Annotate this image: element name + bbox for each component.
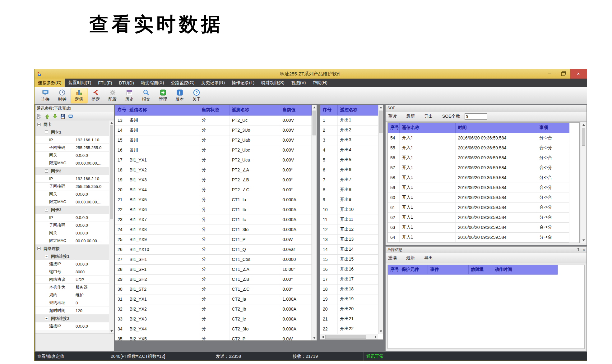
menu-item-11[interactable]: 帮助(H) [309,79,331,87]
tree-prop-row[interactable]: IP192.168.1.10 [35,136,109,144]
table-row[interactable]: 18开出18 [320,284,378,294]
table-row[interactable]: 34BI2_YX4分CT2_3Io0.000A [115,324,312,334]
table-row[interactable]: 8开出8 [320,185,378,195]
table-row[interactable]: 26BI1_YX10分CT1_Q0.0Var [115,244,312,254]
table-row[interactable]: 28BI1_SF1分CT1_∠A10.00° [115,264,312,274]
setpoint-button[interactable]: 定值 [71,88,87,103]
close-button[interactable]: × [570,69,587,79]
table-row[interactable]: 22开出22 [320,324,378,334]
table-row[interactable]: 20开出20 [320,304,378,314]
collapse-icon[interactable]: − [45,208,48,212]
tree-prop-row[interactable]: 限定MAC00.00.00.00.... [35,159,109,167]
prop-value[interactable]: 192.168.1.10 [73,136,109,143]
scroll-down-icon[interactable] [109,329,114,334]
tree-prop-row[interactable]: 网关0.0.0.0 [35,152,109,159]
prop-value[interactable]: 192.168.2.10 [73,175,109,182]
tree-prop-row[interactable]: 规约维护 [35,291,109,299]
menu-item-8[interactable]: 操作记录(L) [228,79,258,87]
scroll-thumb[interactable] [379,111,382,133]
table-row[interactable]: 4开出4 [320,145,378,155]
soe-reread-button[interactable]: 重读 [388,114,397,119]
clock-button[interactable]: 时钟 [54,88,71,103]
prop-value[interactable]: 255.255.255.0 [73,144,109,151]
table-row[interactable]: 16开出16 [320,264,378,274]
column-header[interactable]: 故障量 [468,265,492,274]
menu-item-3[interactable]: FTU(F) [95,79,115,87]
scroll-right-icon[interactable] [373,334,378,339]
tree-prop-row[interactable]: 超时时间120 [35,307,109,315]
tree-prop-row[interactable]: 网络协议UDP [35,276,109,284]
table-row[interactable]: 55开入12016/06/20 09:36:59.584合->分 [388,143,569,153]
table-row[interactable]: 27BI1_SH1分CT1_Cos0.0000 [115,254,312,264]
table-row[interactable]: 18BI1_YX2分PT2_∠A0.00° [115,165,312,175]
collapse-icon[interactable]: − [45,317,48,320]
tree-prop-row[interactable]: 端口号8000 [35,268,109,276]
table-row[interactable]: 1开出1 [320,115,378,125]
table-row[interactable]: 21开出21 [320,314,378,324]
collapse-icon[interactable]: − [37,247,41,250]
column-header[interactable]: 事项 [537,123,569,133]
column-header[interactable]: 遥测名称 [229,105,280,115]
yk-scrollbar[interactable] [378,105,383,334]
tree-group-row[interactable]: −网络连接1 [35,253,109,260]
scroll-thumb[interactable] [110,125,113,219]
table-row[interactable]: 19开出19 [320,294,378,304]
menu-item-9[interactable]: 特殊功能(S) [258,79,288,87]
tree-group-row[interactable]: −网卡 [35,121,109,128]
collapse-icon[interactable]: − [45,130,48,134]
table-row[interactable]: 29BI1_SH2分CT1_∠B0.00° [115,274,312,284]
pin-icon[interactable] [577,248,580,252]
table-row[interactable]: 35BI2_YX5分CT2_P0.0W [115,334,312,340]
fault-export-button[interactable]: 导出 [424,255,433,261]
scroll-thumb[interactable] [313,111,316,135]
menu-item-10[interactable]: 视图(V) [288,79,309,87]
minimize-button[interactable] [543,69,556,79]
collapse-icon[interactable]: − [45,255,48,258]
table-row[interactable]: 31BI2_YX1分CT2_Ia1.000A [115,294,312,304]
table-row[interactable]: 17BI1_YX1分PT2_Uca0.00V [115,155,312,165]
table-row[interactable]: 7开出7 [320,175,378,185]
scroll-down-icon[interactable] [581,238,586,243]
table-row[interactable]: 59开入12016/06/20 09:36:59.584合->分 [388,183,569,193]
prop-value[interactable]: 8000 [73,268,109,275]
collapse-icon[interactable]: − [45,169,48,173]
prop-value[interactable]: 0.0.0.0 [73,214,109,221]
table-row[interactable]: 33BI2_YX3分CT2_Ic0.000A [115,314,312,324]
table-row[interactable]: 23BI1_YX7分CT1_Ic0.000A [115,215,312,225]
soe-count-input[interactable] [465,113,487,120]
scroll-thumb[interactable] [325,335,366,339]
table-row[interactable]: 13备用分PT2_Uc0.00V [115,115,312,125]
prop-value[interactable]: 0.0.0.0 [73,260,109,268]
table-row[interactable]: 25BI1_YX9分CT1_P0.0W [115,234,312,244]
tree-group-row[interactable]: −网卡3 [35,206,109,214]
table-row[interactable]: 63开入12016/06/20 09:36:59.584合->分 [388,222,569,232]
table-row[interactable]: 10开出10 [320,205,378,215]
table-row[interactable]: 9开出9 [320,195,378,205]
table-row[interactable]: 12开出12 [320,225,378,234]
table-row[interactable]: 57开入12016/06/20 09:36:59.584合->分 [388,163,569,173]
table-row[interactable]: 2开出2 [320,125,378,135]
menu-item-7[interactable]: 历史记录(R) [198,79,228,87]
table-row[interactable]: 21BI1_YX5分CT1_Ia0.000A [115,195,312,205]
about-button[interactable]: ?关于 [188,88,205,103]
tree-prop-row[interactable]: 限定MAC00.00.00.00.... [35,237,109,245]
tree-prop-row[interactable]: 本机作为服务器 [35,284,109,291]
soe-scrollbar[interactable] [581,122,586,243]
prop-value[interactable]: 00.00.00.00.... [73,237,109,244]
table-row[interactable]: 58开入12016/06/20 09:36:59.584分->合 [388,173,569,183]
prop-value[interactable]: 0.0.0.0 [73,152,109,159]
arrow-down-green-icon[interactable] [52,114,58,119]
tree-prop-row[interactable]: 网关0.0.0.0 [35,229,109,237]
tree-group-row[interactable]: −网卡1 [35,128,109,136]
column-header[interactable]: 遥信名称 [127,105,199,115]
tuning-button[interactable]: 整定 [87,88,104,103]
tree-prop-row[interactable]: 网关0.0.0.0 [35,190,109,198]
table-row[interactable]: 62开入12016/06/20 09:36:59.584分->合 [388,212,569,222]
fault-reread-button[interactable]: 重读 [388,255,397,261]
table-row[interactable]: 54开入12016/06/20 09:36:59.584分->合 [388,133,569,143]
table-row[interactable]: 24BI1_YX8分CT1_3Io0.000A [115,225,312,234]
prop-value[interactable]: 服务器 [73,284,109,291]
prop-value[interactable]: 0 [73,299,109,307]
column-header[interactable]: 序号 [320,105,337,115]
table-row[interactable]: 6开出6 [320,165,378,175]
